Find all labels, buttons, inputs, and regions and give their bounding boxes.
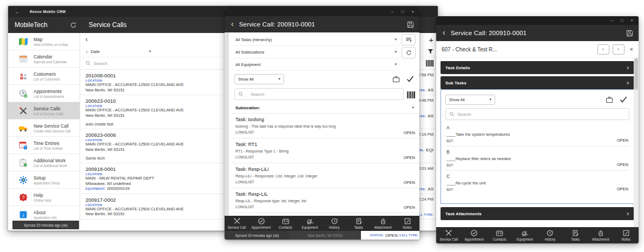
close-button[interactable]: × [630,16,633,25]
sidebar-item-help[interactable]: ? HelpOnline Help [8,189,80,206]
bottom-toolbar: Service Call Appointment Contacts Equipm… [225,216,419,231]
next-record-button[interactable]: › [613,44,625,55]
back-arrow-icon[interactable]: ← [15,9,20,15]
backdrop-scroll-strip[interactable] [225,32,229,216]
notes-icon [622,229,630,237]
scrollbar-thumb[interactable] [634,58,638,90]
show-filter-select[interactable]: Show All ▾ [445,95,495,105]
task-search-input[interactable]: Search [234,88,404,100]
page-header: ‹ Service Call: 200910-0001 [436,25,639,41]
setup-icon [18,175,28,185]
sidebar-item-customers[interactable]: CustomersList of Customers [8,68,80,85]
toolbar-service-call[interactable]: Service Call [225,216,249,231]
list-back-icon[interactable]: ‹ [86,36,88,43]
sublocation-group-header[interactable]: Sublocation: ▾ [231,102,419,114]
subtask-row[interactable]: C ____Re-cycle the unit 607 OPEN [445,171,629,195]
task-row[interactable]: Task: RT1 RT1 - Response Type 1 - String… [231,138,419,163]
briefcase-icon[interactable] [606,96,613,103]
sidebar-item-additional-work[interactable]: Additional WorkList of Additional Work [8,154,80,171]
sidebar-item-setup[interactable]: SetupApplication Setup [8,171,80,189]
sidebar-item-new-service-call[interactable]: New Service CallCreate New Service Call [8,120,80,137]
filter-equipment-dropdown[interactable]: All Equipment ▾ [234,58,400,71]
check-icon[interactable] [620,96,627,103]
sidebar-item-service-calls[interactable]: Service CallsList of Service Calls [8,102,80,120]
section-task-details[interactable]: Task Details ∨ [441,61,634,74]
toolbar-appointment[interactable]: Appointment [249,216,273,231]
maximize-button[interactable]: □ [620,16,623,25]
list-filter-icon [405,37,412,43]
toolbar-equipment[interactable]: Equipment [512,227,537,243]
search-icon [238,91,244,97]
toolbar-history[interactable]: History [537,227,563,243]
toolbar-notes[interactable]: Notes [613,227,639,243]
sidebar-item-appointments[interactable]: AppointmentsList of Appointments [8,85,80,102]
barcode-icon[interactable] [407,91,415,98]
help-icon: ? [18,193,28,202]
section-sub-tasks[interactable]: Sub Tasks ∧ [441,76,634,89]
minimize-button[interactable]: – [391,8,393,16]
subtask-row[interactable]: B ____Replace filter driers as needed 60… [445,147,629,171]
contacts-icon [282,217,290,225]
save-icon[interactable] [626,30,633,37]
briefcase-icon[interactable] [392,76,400,83]
close-button[interactable]: × [411,8,414,16]
bottom-toolbar: Service Call Appointment Contacts Equipm… [436,227,639,243]
sort-caret-icon[interactable]: ▾ [149,49,151,54]
refresh-button[interactable] [402,47,416,58]
toolbar-attachment[interactable]: Attachment [371,216,395,231]
save-icon[interactable] [407,21,414,28]
toolbar-tasks[interactable]: Tasks [563,227,588,243]
refresh-icon [406,50,412,56]
filter-funnel-icon[interactable] [428,49,433,55]
back-chevron-icon[interactable]: ‹ [225,19,239,29]
toolbar-notes[interactable]: Notes [395,216,419,231]
scrollbar[interactable] [634,57,639,227]
sidebar-item-calendar[interactable]: CalendarAgenda and Calendar [8,50,80,68]
toolbar-history[interactable]: History [322,216,346,231]
task-row[interactable]: Task: Resp-LiLi Resp-LiLi - Responses: L… [231,163,419,188]
toolbar-equipment[interactable]: Equipment [298,216,322,231]
sort-descending-icon[interactable]: ↓ [86,49,88,54]
close-record-button[interactable]: × [630,46,633,52]
subtask-search-input[interactable]: Search [445,108,629,120]
previous-record-button[interactable]: ‹ [597,44,609,55]
add-record-button[interactable]: + [429,35,433,44]
sub-tasks-panel: Show All ▾ Search A ____Take the system … [441,89,634,204]
minimize-button[interactable]: – [610,16,613,25]
toolbar-contacts[interactable]: Contacts [273,216,298,231]
check-icon[interactable] [406,76,414,82]
caret-down-icon: ▾ [278,77,280,81]
window-title: Resco Mobile CRM [30,10,65,14]
svg-text:?: ? [22,195,25,200]
sidebar-item-time-entries[interactable]: Time EntriesList of Time Entries [8,137,80,154]
new-service-call-icon [18,123,28,133]
caret-down-icon: ▾ [395,50,397,54]
app-title: MobileTech [15,21,48,29]
back-chevron-icon[interactable]: ‹ [436,28,451,38]
task-row[interactable]: Task: Resp-LIL Resp-LIL - Response type:… [231,188,419,213]
sync-status-bar: Synced 20 minutes ago (ok) [12,221,79,229]
subtask-row[interactable]: A ____Take the system temperatures 607 O… [445,122,629,147]
filter-sublocations-dropdown[interactable]: All Sublocations ▾ [234,46,400,58]
customers-icon [18,71,28,81]
task-row[interactable]: Task: toolong toolong - This task has a … [231,114,419,138]
show-filter-select[interactable]: Show All ▾ [234,74,284,84]
page-title: Service Calls [89,21,127,29]
toolbar-service-call[interactable]: Service Call [436,227,462,243]
page-title: Service Call: 200910-0001 [451,30,527,36]
barcode-icon[interactable] [426,60,433,67]
toolbar-tasks[interactable]: Tasks [346,216,371,231]
hierarchy-filter-button[interactable] [402,34,416,45]
filter-tasks-dropdown[interactable]: All Tasks (hierarchy) ▾ [234,34,400,46]
sort-field-dropdown[interactable]: Date [91,49,100,54]
toolbar-appointment[interactable]: Appointment [462,227,487,243]
toolbar-attachment[interactable]: Attachment [588,227,614,243]
maximize-button[interactable]: □ [401,8,404,16]
status-badge: OPEN [617,162,628,167]
sidebar-item-map[interactable]: MapView Entities on a Map [8,33,80,50]
map-icon [18,37,28,47]
toolbar-contacts[interactable]: Contacts [487,227,512,243]
search-icon [449,111,455,117]
section-task-attachments[interactable]: Task Attachments ∨ [441,207,634,220]
sync-icon[interactable] [70,22,77,29]
